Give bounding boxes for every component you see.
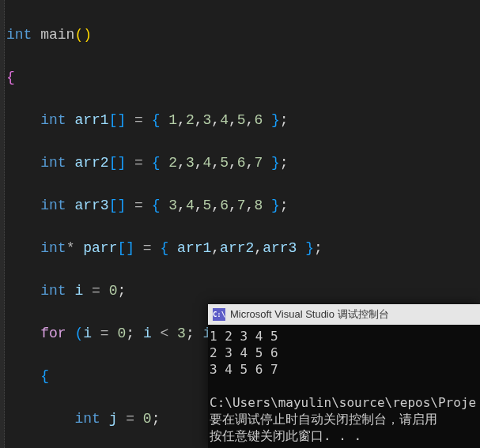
code-line: { [6,67,480,88]
console-line: 2 3 4 5 6 [210,345,278,360]
code-line: int i = 0; [6,280,480,302]
console-titlebar[interactable]: C:\ Microsoft Visual Studio 调试控制台 [208,304,480,325]
console-line: 按任意键关闭此窗口. . . [210,428,361,443]
console-title-text: Microsoft Visual Studio 调试控制台 [230,307,389,322]
debug-console-window[interactable]: C:\ Microsoft Visual Studio 调试控制台 1 2 3 … [208,304,480,448]
code-line: int main() [6,24,480,46]
console-icon: C:\ [213,308,225,321]
code-line: int* parr[] = { arr1,arr2,arr3 }; [6,238,480,259]
code-line: int arr2[] = { 2,3,4,5,6,7 }; [6,152,480,174]
console-line: C:\Users\mayulin\source\repos\Proje [210,395,476,410]
editor-gutter [0,0,5,448]
code-line: int arr1[] = { 1,2,3,4,5,6 }; [6,110,480,131]
console-line: 要在调试停止时自动关闭控制台，请启用 [210,412,437,427]
console-line: 1 2 3 4 5 [210,329,278,344]
console-output[interactable]: 1 2 3 4 5 2 3 4 5 6 3 4 5 6 7 C:\Users\m… [208,325,480,447]
code-line: int arr3[] = { 3,4,5,6,7,8 }; [6,195,480,216]
console-line: 3 4 5 6 7 [210,362,278,377]
